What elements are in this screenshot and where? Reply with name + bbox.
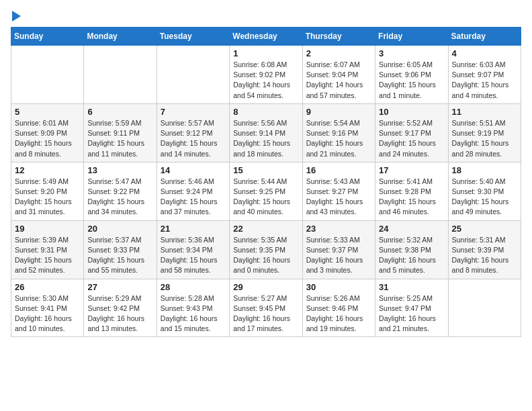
calendar-cell: 21Sunrise: 5:36 AM Sunset: 9:34 PM Dayli… (157, 220, 229, 279)
day-info: Sunrise: 5:47 AM Sunset: 9:22 PM Dayligh… (87, 177, 152, 218)
calendar-cell: 2Sunrise: 6:07 AM Sunset: 9:04 PM Daylig… (302, 46, 375, 104)
calendar-cell: 29Sunrise: 5:27 AM Sunset: 9:45 PM Dayli… (230, 279, 302, 337)
calendar-cell: 6Sunrise: 5:59 AM Sunset: 9:11 PM Daylig… (84, 103, 157, 162)
calendar-cell: 30Sunrise: 5:26 AM Sunset: 9:46 PM Dayli… (302, 279, 375, 337)
calendar-cell: 14Sunrise: 5:46 AM Sunset: 9:24 PM Dayli… (157, 162, 229, 220)
day-info: Sunrise: 5:54 AM Sunset: 9:16 PM Dayligh… (306, 118, 371, 159)
day-info: Sunrise: 6:03 AM Sunset: 9:07 PM Dayligh… (452, 60, 517, 101)
calendar-cell: 12Sunrise: 5:49 AM Sunset: 9:20 PM Dayli… (11, 162, 84, 220)
day-info: Sunrise: 5:57 AM Sunset: 9:12 PM Dayligh… (161, 118, 226, 159)
day-info: Sunrise: 5:40 AM Sunset: 9:30 PM Dayligh… (452, 177, 517, 218)
day-info: Sunrise: 5:30 AM Sunset: 9:41 PM Dayligh… (15, 293, 80, 334)
day-number: 2 (306, 48, 371, 58)
day-info: Sunrise: 5:51 AM Sunset: 9:19 PM Dayligh… (452, 118, 517, 159)
weekday-header-friday: Friday (375, 28, 448, 46)
calendar-cell: 22Sunrise: 5:35 AM Sunset: 9:35 PM Dayli… (230, 220, 302, 279)
calendar-cell: 3Sunrise: 6:05 AM Sunset: 9:06 PM Daylig… (375, 46, 448, 104)
weekday-header-thursday: Thursday (302, 28, 375, 46)
calendar-cell: 24Sunrise: 5:32 AM Sunset: 9:38 PM Dayli… (375, 220, 448, 279)
day-number: 26 (15, 282, 80, 292)
day-info: Sunrise: 5:52 AM Sunset: 9:17 PM Dayligh… (379, 118, 444, 159)
calendar-cell: 15Sunrise: 5:44 AM Sunset: 9:25 PM Dayli… (230, 162, 302, 220)
day-info: Sunrise: 5:32 AM Sunset: 9:38 PM Dayligh… (379, 235, 444, 276)
day-info: Sunrise: 5:37 AM Sunset: 9:33 PM Dayligh… (87, 235, 152, 276)
day-number: 31 (379, 282, 444, 292)
calendar-cell: 28Sunrise: 5:28 AM Sunset: 9:43 PM Dayli… (157, 279, 229, 337)
calendar-cell (84, 46, 157, 104)
day-info: Sunrise: 5:35 AM Sunset: 9:35 PM Dayligh… (233, 235, 298, 276)
calendar-week-row: 12Sunrise: 5:49 AM Sunset: 9:20 PM Dayli… (11, 162, 521, 220)
day-info: Sunrise: 5:28 AM Sunset: 9:43 PM Dayligh… (161, 293, 226, 334)
day-number: 16 (306, 165, 371, 175)
day-number: 13 (87, 165, 152, 175)
day-info: Sunrise: 5:27 AM Sunset: 9:45 PM Dayligh… (233, 293, 298, 334)
day-number: 22 (233, 224, 298, 234)
calendar-cell: 26Sunrise: 5:30 AM Sunset: 9:41 PM Dayli… (11, 279, 84, 337)
day-number: 23 (306, 224, 371, 234)
weekday-header-wednesday: Wednesday (230, 28, 302, 46)
calendar-cell: 1Sunrise: 6:08 AM Sunset: 9:02 PM Daylig… (230, 46, 302, 104)
day-number: 5 (15, 107, 80, 117)
day-number: 12 (15, 165, 80, 175)
day-number: 9 (306, 107, 371, 117)
day-info: Sunrise: 5:49 AM Sunset: 9:20 PM Dayligh… (15, 177, 80, 218)
day-number: 30 (306, 282, 371, 292)
day-info: Sunrise: 5:26 AM Sunset: 9:46 PM Dayligh… (306, 293, 371, 334)
day-number: 25 (452, 224, 517, 234)
day-number: 15 (233, 165, 298, 175)
day-info: Sunrise: 5:56 AM Sunset: 9:14 PM Dayligh… (233, 118, 298, 159)
day-info: Sunrise: 5:33 AM Sunset: 9:37 PM Dayligh… (306, 235, 371, 276)
calendar-cell: 18Sunrise: 5:40 AM Sunset: 9:30 PM Dayli… (448, 162, 521, 220)
calendar-cell: 8Sunrise: 5:56 AM Sunset: 9:14 PM Daylig… (230, 103, 302, 162)
calendar-cell (11, 46, 84, 104)
calendar-cell: 25Sunrise: 5:31 AM Sunset: 9:39 PM Dayli… (448, 220, 521, 279)
calendar-cell (157, 46, 229, 104)
day-info: Sunrise: 5:36 AM Sunset: 9:34 PM Dayligh… (161, 235, 226, 276)
calendar-cell: 4Sunrise: 6:03 AM Sunset: 9:07 PM Daylig… (448, 46, 521, 104)
calendar-cell: 23Sunrise: 5:33 AM Sunset: 9:37 PM Dayli… (302, 220, 375, 279)
day-number: 1 (233, 48, 298, 58)
day-info: Sunrise: 5:43 AM Sunset: 9:27 PM Dayligh… (306, 177, 371, 218)
day-number: 19 (15, 224, 80, 234)
day-info: Sunrise: 5:44 AM Sunset: 9:25 PM Dayligh… (233, 177, 298, 218)
calendar-cell: 13Sunrise: 5:47 AM Sunset: 9:22 PM Dayli… (84, 162, 157, 220)
day-info: Sunrise: 5:39 AM Sunset: 9:31 PM Dayligh… (15, 235, 80, 276)
day-info: Sunrise: 5:46 AM Sunset: 9:24 PM Dayligh… (161, 177, 226, 218)
calendar-week-row: 19Sunrise: 5:39 AM Sunset: 9:31 PM Dayli… (11, 220, 521, 279)
weekday-header-sunday: Sunday (11, 28, 84, 46)
calendar-week-row: 1Sunrise: 6:08 AM Sunset: 9:02 PM Daylig… (11, 46, 521, 104)
calendar-cell: 20Sunrise: 5:37 AM Sunset: 9:33 PM Dayli… (84, 220, 157, 279)
calendar-week-row: 26Sunrise: 5:30 AM Sunset: 9:41 PM Dayli… (11, 279, 521, 337)
day-info: Sunrise: 5:59 AM Sunset: 9:11 PM Dayligh… (87, 118, 152, 159)
calendar-cell: 10Sunrise: 5:52 AM Sunset: 9:17 PM Dayli… (375, 103, 448, 162)
calendar-cell: 31Sunrise: 5:25 AM Sunset: 9:47 PM Dayli… (375, 279, 448, 337)
calendar-cell: 7Sunrise: 5:57 AM Sunset: 9:12 PM Daylig… (157, 103, 229, 162)
weekday-header-tuesday: Tuesday (157, 28, 229, 46)
logo-arrow-icon (12, 11, 21, 21)
day-number: 6 (87, 107, 152, 117)
calendar-cell: 5Sunrise: 6:01 AM Sunset: 9:09 PM Daylig… (11, 103, 84, 162)
day-number: 29 (233, 282, 298, 292)
day-number: 4 (452, 48, 517, 58)
logo (11, 11, 21, 21)
calendar-cell: 11Sunrise: 5:51 AM Sunset: 9:19 PM Dayli… (448, 103, 521, 162)
calendar-table: SundayMondayTuesdayWednesdayThursdayFrid… (11, 27, 521, 337)
day-number: 11 (452, 107, 517, 117)
calendar-cell: 17Sunrise: 5:41 AM Sunset: 9:28 PM Dayli… (375, 162, 448, 220)
day-info: Sunrise: 6:01 AM Sunset: 9:09 PM Dayligh… (15, 118, 80, 159)
calendar-cell: 16Sunrise: 5:43 AM Sunset: 9:27 PM Dayli… (302, 162, 375, 220)
day-number: 10 (379, 107, 444, 117)
calendar-header-row: SundayMondayTuesdayWednesdayThursdayFrid… (11, 28, 521, 46)
day-number: 27 (87, 282, 152, 292)
day-info: Sunrise: 6:05 AM Sunset: 9:06 PM Dayligh… (379, 60, 444, 101)
day-info: Sunrise: 5:31 AM Sunset: 9:39 PM Dayligh… (452, 235, 517, 276)
page-header (11, 11, 521, 21)
calendar-cell: 27Sunrise: 5:29 AM Sunset: 9:42 PM Dayli… (84, 279, 157, 337)
day-number: 24 (379, 224, 444, 234)
day-number: 7 (161, 107, 226, 117)
day-number: 17 (379, 165, 444, 175)
weekday-header-monday: Monday (84, 28, 157, 46)
calendar-cell: 9Sunrise: 5:54 AM Sunset: 9:16 PM Daylig… (302, 103, 375, 162)
day-number: 3 (379, 48, 444, 58)
day-number: 20 (87, 224, 152, 234)
